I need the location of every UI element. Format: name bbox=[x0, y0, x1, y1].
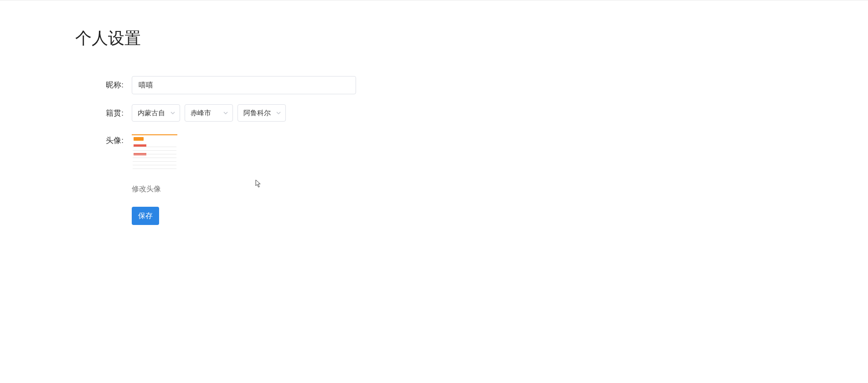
nickname-label: 昵称: bbox=[75, 76, 132, 90]
chevron-down-icon bbox=[170, 110, 176, 116]
district-value: 阿鲁科尔 bbox=[243, 109, 271, 117]
avatar-label: 头像: bbox=[75, 132, 132, 146]
settings-container: 个人设置 昵称: 籍贯: 内蒙古自 赤峰市 bbox=[0, 19, 868, 225]
nickname-input[interactable] bbox=[132, 76, 356, 94]
district-select[interactable]: 阿鲁科尔 bbox=[238, 104, 286, 122]
city-value: 赤峰市 bbox=[191, 109, 211, 117]
chevron-down-icon bbox=[222, 110, 229, 116]
city-select[interactable]: 赤峰市 bbox=[185, 104, 233, 122]
top-divider bbox=[0, 0, 868, 1]
avatar-image bbox=[132, 132, 177, 177]
change-avatar-link[interactable]: 修改头像 bbox=[132, 184, 177, 194]
hometown-row: 籍贯: 内蒙古自 赤峰市 阿鲁科尔 bbox=[75, 104, 868, 122]
hometown-label: 籍贯: bbox=[75, 104, 132, 118]
save-button[interactable]: 保存 bbox=[132, 207, 159, 225]
avatar-preview[interactable] bbox=[132, 132, 177, 177]
avatar-row: 头像: 修改头像 保存 bbox=[75, 132, 868, 225]
chevron-down-icon bbox=[275, 110, 282, 116]
nickname-row: 昵称: bbox=[75, 76, 868, 94]
province-value: 内蒙古自 bbox=[138, 109, 165, 117]
page-title: 个人设置 bbox=[75, 27, 868, 50]
province-select[interactable]: 内蒙古自 bbox=[132, 104, 180, 122]
